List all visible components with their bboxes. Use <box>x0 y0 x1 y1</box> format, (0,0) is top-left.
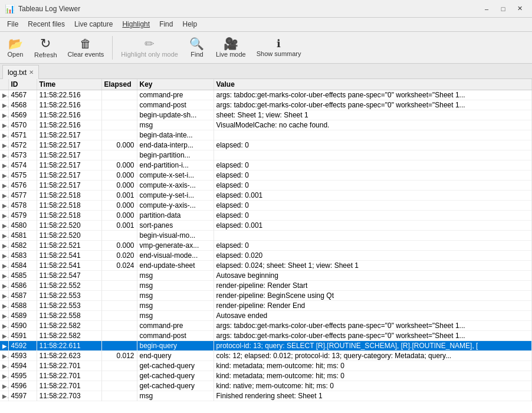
elapsed-cell <box>101 281 137 291</box>
menu-live-capture[interactable]: Live capture <box>70 19 117 30</box>
open-button[interactable]: 📂 Open <box>2 34 28 62</box>
table-row[interactable]: ▶458611:58:22.552msgrender-pipeline: Ren… <box>0 281 532 291</box>
table-row[interactable]: ▶458711:58:22.553msgrender-pipeline: Beg… <box>0 291 532 301</box>
clear-events-button[interactable]: 🗑 Clear events <box>63 34 109 62</box>
table-row[interactable]: ▶457611:58:22.5170.000compute-x-axis-...… <box>0 181 532 191</box>
expand-arrow-icon[interactable]: ▶ <box>2 171 8 179</box>
table-row[interactable]: ▶458411:58:22.5410.024end-update-sheetel… <box>0 261 532 271</box>
expand-arrow-icon[interactable]: ▶ <box>2 151 8 159</box>
value-cell <box>214 150 532 160</box>
expand-arrow-icon[interactable]: ▶ <box>2 362 8 370</box>
expand-arrow-icon[interactable]: ▶ <box>2 241 8 250</box>
log-container[interactable]: ID Time Elapsed Key Value ▶456711:58:22.… <box>0 79 532 413</box>
table-row[interactable]: ▶459511:58:22.701get-cached-querykind: m… <box>0 371 532 381</box>
elapsed-cell <box>101 150 137 160</box>
table-row[interactable]: ▶458811:58:22.553msgrender-pipeline: Ren… <box>0 301 532 311</box>
menu-help[interactable]: Help <box>178 19 202 30</box>
table-row[interactable]: ▶456811:58:22.516command-postargs: tabdo… <box>0 100 532 110</box>
expand-arrow-icon[interactable]: ▶ <box>2 332 8 340</box>
table-row[interactable]: ▶457811:58:22.5180.000compute-y-axis-...… <box>0 201 532 211</box>
maximize-button[interactable]: □ <box>495 3 511 15</box>
table-row[interactable]: ▶457711:58:22.5180.001compute-y-set-i...… <box>0 191 532 201</box>
expand-arrow-icon[interactable]: ▶ <box>2 352 8 360</box>
table-row[interactable]: ▶459411:58:22.701get-cached-querykind: m… <box>0 361 532 371</box>
table-row[interactable]: ▶458011:58:22.5200.001sort-paneselapsed:… <box>0 221 532 231</box>
expand-arrow-icon[interactable]: ▶ <box>2 342 8 350</box>
expand-arrow-icon[interactable]: ▶ <box>2 221 8 230</box>
expand-arrow-icon[interactable]: ▶ <box>2 251 8 260</box>
expand-arrow-icon[interactable]: ▶ <box>2 201 8 209</box>
value-cell: Autosave ended <box>214 311 532 321</box>
table-row[interactable]: ▶458511:58:22.547msgAutosave beginning <box>0 271 532 281</box>
show-summary-button[interactable]: ℹ Show summary <box>252 34 306 62</box>
table-row[interactable]: ▶457311:58:22.517begin-partition... <box>0 150 532 160</box>
minimize-button[interactable]: – <box>479 3 494 15</box>
expand-arrow-icon[interactable]: ▶ <box>2 181 8 189</box>
col-header-time[interactable]: Time <box>37 79 101 90</box>
expand-arrow-icon[interactable]: ▶ <box>2 291 8 300</box>
expand-arrow-icon[interactable]: ▶ <box>2 392 8 400</box>
table-row[interactable]: ▶458311:58:22.5410.020end-visual-mode...… <box>0 251 532 261</box>
menu-highlight[interactable]: Highlight <box>117 19 155 30</box>
expand-arrow-icon[interactable]: ▶ <box>2 161 8 169</box>
expand-cell: ▶ <box>0 311 8 321</box>
id-cell: 4589 <box>8 311 37 321</box>
table-row[interactable]: ▶459311:58:22.6230.012end-querycols: 12;… <box>0 351 532 361</box>
expand-arrow-icon[interactable]: ▶ <box>2 191 8 199</box>
col-header-value[interactable]: Value <box>214 79 532 90</box>
expand-arrow-icon[interactable]: ▶ <box>2 211 8 219</box>
expand-arrow-icon[interactable]: ▶ <box>2 301 8 310</box>
table-row[interactable]: ▶457911:58:22.5180.000partition-dataelap… <box>0 211 532 221</box>
table-row[interactable]: ▶459011:58:22.582command-preargs: tabdoc… <box>0 321 532 331</box>
expand-arrow-icon[interactable]: ▶ <box>2 312 8 320</box>
expand-arrow-icon[interactable]: ▶ <box>2 91 8 99</box>
expand-arrow-icon[interactable]: ▶ <box>2 382 8 390</box>
table-row[interactable]: ▶459711:58:22.703msgFinished rendering s… <box>0 391 532 401</box>
key-cell: compute-y-set-i... <box>137 191 214 201</box>
expand-arrow-icon[interactable]: ▶ <box>2 111 8 119</box>
expand-arrow-icon[interactable]: ▶ <box>2 141 8 149</box>
highlight-only-mode-button[interactable]: ✏ Highlight only mode <box>116 34 183 62</box>
expand-arrow-icon[interactable]: ▶ <box>2 121 8 129</box>
table-row[interactable]: ▶457511:58:22.5170.000compute-x-set-i...… <box>0 171 532 181</box>
menu-file[interactable]: File <box>2 19 23 30</box>
info-icon: ℹ <box>277 38 281 49</box>
tab-close-button[interactable]: ✕ <box>29 70 34 76</box>
id-cell: 4573 <box>8 150 37 160</box>
table-row[interactable]: ▶459111:58:22.582command-postargs: tabdo… <box>0 331 532 341</box>
table-row[interactable]: ▶457011:58:22.516msgVisualModelCache: no… <box>0 120 532 130</box>
table-row[interactable]: ▶458911:58:22.558msgAutosave ended <box>0 311 532 321</box>
table-row[interactable]: ▶456911:58:22.516begin-update-sh...sheet… <box>0 110 532 120</box>
expand-arrow-icon[interactable]: ▶ <box>2 231 8 240</box>
value-cell: kind: metadata; mem-outcome: hit; ms: 0 <box>214 361 532 371</box>
expand-arrow-icon[interactable]: ▶ <box>2 261 8 270</box>
table-row[interactable]: ▶457411:58:22.5170.000end-partition-i...… <box>0 160 532 171</box>
menu-find[interactable]: Find <box>155 19 178 30</box>
col-header-key[interactable]: Key <box>137 79 214 90</box>
table-row[interactable]: ▶459611:58:22.701get-cached-querykind: n… <box>0 381 532 391</box>
col-header-elapsed[interactable]: Elapsed <box>101 79 137 90</box>
expand-arrow-icon[interactable]: ▶ <box>2 281 8 290</box>
close-button[interactable]: ✕ <box>512 3 527 15</box>
expand-arrow-icon[interactable]: ▶ <box>2 271 8 280</box>
expand-arrow-icon[interactable]: ▶ <box>2 101 8 109</box>
find-button[interactable]: 🔍 Find <box>184 34 210 62</box>
table-row[interactable]: ▶459211:58:22.611begin-queryprotocol-id:… <box>0 341 532 351</box>
table-row[interactable]: ▶457111:58:22.517begin-data-inte... <box>0 130 532 140</box>
elapsed-cell <box>101 291 137 301</box>
expand-arrow-icon[interactable]: ▶ <box>2 322 8 330</box>
table-row[interactable]: ▶458211:58:22.5210.000vmp-generate-ax...… <box>0 241 532 251</box>
col-header-id[interactable]: ID <box>8 79 37 90</box>
table-row[interactable]: ▶457211:58:22.5170.000end-data-interp...… <box>0 140 532 150</box>
table-row[interactable]: ▶458111:58:22.520begin-visual-mo... <box>0 231 532 241</box>
key-cell: sort-panes <box>137 221 214 231</box>
refresh-button[interactable]: ↻ Refresh <box>29 34 62 62</box>
elapsed-cell <box>101 361 137 371</box>
live-mode-button[interactable]: 🎥 Live mode <box>211 34 251 62</box>
expand-arrow-icon[interactable]: ▶ <box>2 372 8 380</box>
table-row[interactable]: ▶456711:58:22.516command-preargs: tabdoc… <box>0 90 532 100</box>
menu-recent-files[interactable]: Recent files <box>23 19 70 30</box>
tab-log-txt[interactable]: log.txt ✕ <box>2 65 39 79</box>
tab-bar: log.txt ✕ <box>0 64 532 79</box>
expand-arrow-icon[interactable]: ▶ <box>2 131 8 139</box>
